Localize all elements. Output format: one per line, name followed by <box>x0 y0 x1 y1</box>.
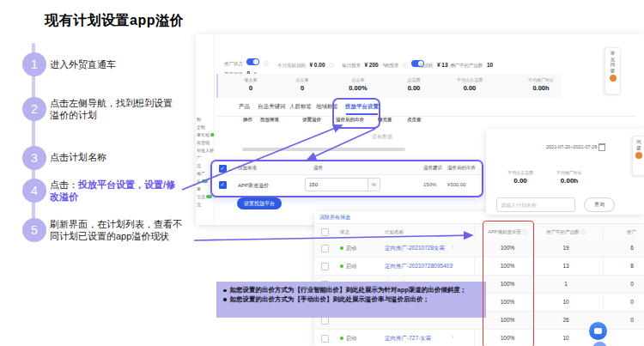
extra-cell: 0 <box>606 281 644 287</box>
products-cell: 13 <box>536 263 596 269</box>
bullet-icon <box>223 298 227 301</box>
date-range-picker[interactable]: 2021-07-20~2021-07-26 <box>546 143 605 151</box>
new-badge <box>210 133 215 137</box>
step-number: 5 <box>31 223 38 237</box>
tab-products[interactable]: 产品 <box>239 103 250 111</box>
modal-header-row: 投放渠道 溢价 溢价建议 溢价后的出价 <box>212 161 482 175</box>
tab-audience[interactable]: 人群标签 <box>289 103 312 111</box>
annotation-highlight-app-premium-column <box>483 221 534 346</box>
nav-item[interactable]: 流 <box>196 201 214 209</box>
app-premium-modal: 投放渠道 溢价 溢价建议 溢价后的出价 APP渠道溢价 % 150% ¥300.… <box>210 160 483 197</box>
col-header-name: 计划名称 <box>385 229 404 235</box>
table-row[interactable]: 启动 定向推广-20210728095403 › 100% 13 8 <box>314 258 644 276</box>
col-header: 投放渠道 <box>238 165 257 171</box>
col-header: 点击量 <box>407 117 422 123</box>
note-item: 如您设置的出价方式为【手动出价】则此处展示溢价率与溢价后出价； <box>223 295 479 305</box>
stat-ctr: 点击率0.00% <box>332 77 384 92</box>
select-all-checkbox[interactable] <box>321 228 329 236</box>
calendar-icon <box>598 143 605 151</box>
final-bid-value: ¥300.00 <box>447 182 466 187</box>
step-circle-3: 3 <box>22 146 46 170</box>
nav-item[interactable]: 再营销 <box>196 139 214 147</box>
row-checkbox[interactable] <box>321 263 329 270</box>
col-header: 溢价 <box>313 165 323 171</box>
clear-filter-link[interactable]: 清除所有筛选 <box>319 214 350 222</box>
faq-side-tab[interactable]: 问 题 <box>632 136 644 176</box>
note-item: 如您设置的出价方式为【行业智能出价】则此处展示为针对app渠道的出价倾斜度； <box>223 286 479 295</box>
row-checkbox[interactable] <box>321 245 329 252</box>
col-header-extra: 推广 <box>627 229 636 235</box>
horizontal-scrollbar[interactable] <box>242 148 405 151</box>
step-number: 1 <box>31 58 38 71</box>
search-button[interactable]: 查询 <box>584 197 615 212</box>
campaign-name-link[interactable]: 定向推广-20210728女装 <box>385 245 445 252</box>
col-header: 操作 <box>243 117 252 123</box>
new-badge <box>202 179 208 183</box>
step-circle-2: 2 <box>22 97 46 121</box>
products-cell: 1 <box>536 281 596 287</box>
col-header-status: 状态 <box>340 229 349 235</box>
stat-avg-duration: 平均推广时长0.00h <box>539 170 599 185</box>
search-input[interactable] <box>496 197 575 212</box>
page-title: 现有计划设置app溢价 <box>45 12 184 30</box>
chat-widget-button[interactable] <box>589 322 607 340</box>
col-header: 设置溢价 <box>302 117 321 123</box>
products-cell: 26 <box>536 317 596 323</box>
step-number: 3 <box>31 151 38 165</box>
nav-item[interactable]: 量年框 <box>196 131 214 139</box>
col-header: 曝光量 <box>378 117 392 123</box>
step-number: 4 <box>31 184 38 197</box>
left-nav-strip: 制 定制 量年框 再营销 价值人群 广 流 推广 长 量 引流 流 <box>196 34 215 225</box>
today-cost-group: 今日实际消耗 ¥ 0.00 ⓘ <box>277 55 333 70</box>
stat-clicks: 点击量0 <box>276 77 328 92</box>
customer-service-icon <box>610 75 617 82</box>
table-row[interactable]: 启动 定向推广-20210728女装 › 100% 19 6 <box>314 240 644 258</box>
extra-cell: 6 <box>606 245 644 251</box>
percent-unit: % <box>368 179 380 191</box>
tab-region[interactable]: 地域标签 <box>316 103 338 111</box>
customer-service-icon <box>635 152 642 159</box>
channel-label: APP渠道溢价 <box>238 182 269 190</box>
step-number: 2 <box>31 102 38 116</box>
products-count-group: 推广中的产品数 10 <box>450 55 493 70</box>
tab-keywords[interactable]: 自选关键词 <box>258 103 286 111</box>
set-platform-button[interactable]: 设置投放平台 <box>237 197 282 209</box>
step-circle-5: 5 <box>22 218 46 242</box>
campaign-name-link[interactable]: 定向推广-20210728095403 <box>385 263 453 270</box>
daily-budget-group: 每日预算 ¥ 200 ✎ <box>342 55 386 70</box>
row-checkbox[interactable] <box>219 181 227 189</box>
chevron-right-icon: › <box>452 262 453 268</box>
extra-cell: 8 <box>606 263 644 269</box>
col-header: 投放渠道 <box>260 117 279 123</box>
row-checkbox[interactable] <box>321 335 329 343</box>
nav-item[interactable]: 定制 <box>196 124 214 131</box>
stat-spend: 总花费0.00 <box>388 77 440 92</box>
col-header-products: 推广中的产品数 ⓘ <box>536 229 596 235</box>
step-circle-1: 1 <box>22 52 46 76</box>
premium-input-group: % <box>305 178 380 191</box>
campaign-name-link[interactable]: 定向推广-727-女装 <box>385 335 431 343</box>
empty-state-text: 没有数据 <box>372 133 392 141</box>
extra-cell: 0 <box>606 299 644 305</box>
row-checkbox[interactable] <box>321 317 329 325</box>
nav-item[interactable]: 制 <box>196 116 214 124</box>
screenshot-list-header: 2021-07-20~2021-07-26 平均点击花费0.00 平均推广时长0… <box>486 129 644 215</box>
chat-icon <box>594 328 602 334</box>
info-icon: ⓘ <box>264 61 269 66</box>
tab-platform-settings[interactable]: 投放平台设置 <box>345 103 379 111</box>
faq-side-tab[interactable]: 常 见 问 题 <box>605 47 621 94</box>
bidding-note-callout: 如您设置的出价方式为【行业智能出价】则此处展示为针对app渠道的出价倾斜度； 如… <box>216 282 486 318</box>
products-cell: 10 <box>536 299 596 305</box>
info-icon: ⓘ <box>329 63 334 68</box>
premium-input[interactable] <box>306 179 368 191</box>
col-header: 溢价建议 <box>423 165 442 171</box>
chevron-right-icon: › <box>452 244 453 250</box>
status-dot-icon <box>340 246 343 250</box>
detail-tabs: 产品 自选关键词 人群标签 地域标签 投放平台设置 <box>216 100 635 117</box>
status-dot-icon <box>340 264 343 268</box>
products-cell: 10 <box>536 335 596 341</box>
stat-impressions: 曝光量0 <box>225 77 276 92</box>
info-icon: ⓘ <box>403 63 408 68</box>
select-all-checkbox[interactable] <box>219 165 227 173</box>
nav-item[interactable]: 价值人群 <box>196 147 214 155</box>
